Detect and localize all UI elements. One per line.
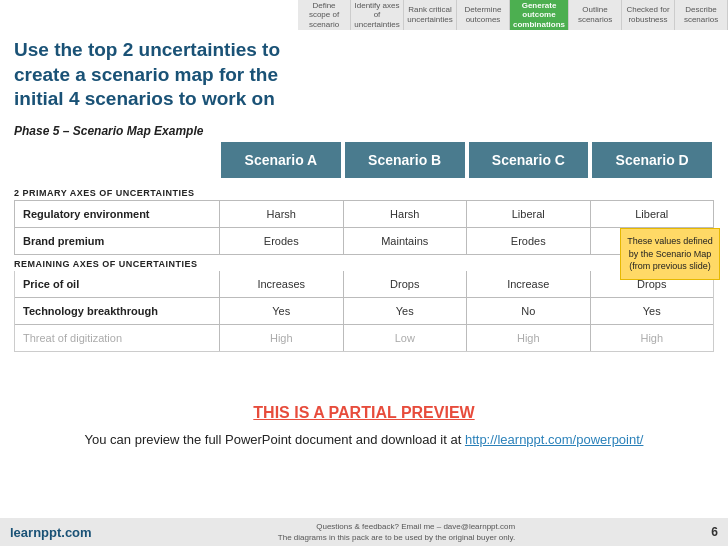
row-cell: Liberal: [591, 201, 714, 227]
step-5-active: Generate outcome combinations: [510, 0, 569, 30]
header-section: Use the top 2 uncertainties to create a …: [0, 30, 728, 118]
subtitle: Phase 5 – Scenario Map Example: [0, 118, 728, 142]
row-cell: Harsh: [220, 201, 344, 227]
row-label-regulatory: Regulatory environment: [15, 201, 220, 227]
step-4: Determine outcomes: [457, 0, 510, 30]
row-cell: Increases: [220, 271, 344, 297]
scenario-header-row: Scenario A Scenario B Scenario C Scenari…: [14, 142, 714, 178]
page-title: Use the top 2 uncertainties to create a …: [14, 38, 314, 112]
table-row: Threat of digitization High Low High Hig…: [15, 325, 713, 351]
row-label-tech: Technology breakthrough: [15, 298, 220, 324]
row-cell: Yes: [591, 298, 714, 324]
row-cell: No: [467, 298, 591, 324]
footer-right: Questions & feedback? Email me – dave@le…: [278, 521, 515, 543]
step-6: Outline scenarios: [569, 0, 622, 30]
primary-table: Regulatory environment Harsh Harsh Liber…: [14, 200, 714, 255]
row-cell: Yes: [220, 298, 344, 324]
callout-box: These values defined by the Scenario Map…: [620, 228, 720, 280]
row-cell: Erodes: [467, 228, 591, 254]
remaining-section-label: REMAINING AXES OF UNCERTAINTIES: [0, 255, 728, 271]
step-3: Rank critical uncertainties: [404, 0, 457, 30]
footer-logo: learnppt.com: [10, 525, 92, 540]
table-row: Regulatory environment Harsh Harsh Liber…: [15, 201, 713, 228]
row-label-threat: Threat of digitization: [15, 325, 220, 351]
remaining-table: Price of oil Increases Drops Increase Dr…: [14, 271, 714, 352]
step-7: Checked for robustness: [622, 0, 675, 30]
row-cell: Increase: [467, 271, 591, 297]
row-cell: High: [220, 325, 344, 351]
scenario-a-header: Scenario A: [221, 142, 341, 178]
row-cell: Low: [344, 325, 468, 351]
step-1: Define scope of scenario: [298, 0, 351, 30]
preview-text: You can preview the full PowerPoint docu…: [20, 430, 708, 451]
step-8: Describe scenarios: [675, 0, 728, 30]
step-2: Identify axes of uncertainties: [351, 0, 404, 30]
row-label-brand: Brand premium: [15, 228, 220, 254]
footer-page-number: 6: [711, 525, 718, 539]
spacer: [14, 142, 219, 178]
scenario-d-header: Scenario D: [592, 142, 712, 178]
row-label-oil: Price of oil: [15, 271, 220, 297]
table-row: Technology breakthrough Yes Yes No Yes: [15, 298, 713, 325]
table-row: Brand premium Erodes Maintains Erodes Ma…: [15, 228, 713, 254]
table-row: Price of oil Increases Drops Increase Dr…: [15, 271, 713, 298]
row-cell: High: [591, 325, 714, 351]
progress-bar: Define scope of scenario Identify axes o…: [298, 0, 728, 30]
row-cell: Drops: [344, 271, 468, 297]
footer: learnppt.com Questions & feedback? Email…: [0, 518, 728, 546]
row-cell: Erodes: [220, 228, 344, 254]
preview-overlay: THIS IS A PARTIAL PREVIEW You can previe…: [0, 390, 728, 465]
row-cell: High: [467, 325, 591, 351]
row-cell: Harsh: [344, 201, 468, 227]
row-cell: Liberal: [467, 201, 591, 227]
preview-link[interactable]: http://learnppt.com/powerpoint/: [465, 432, 644, 447]
scenario-c-header: Scenario C: [469, 142, 589, 178]
preview-title: THIS IS A PARTIAL PREVIEW: [20, 404, 708, 422]
row-cell: Yes: [344, 298, 468, 324]
primary-section-label: 2 PRIMARY AXES OF UNCERTAINTIES: [0, 184, 728, 200]
row-cell: Maintains: [344, 228, 468, 254]
scenario-b-header: Scenario B: [345, 142, 465, 178]
